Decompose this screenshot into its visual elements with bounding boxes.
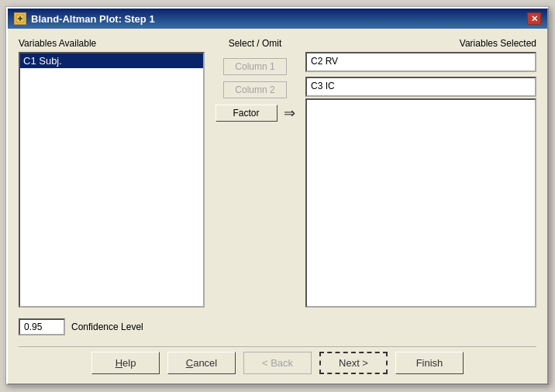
factor-selected-box[interactable]	[305, 98, 536, 308]
variables-listbox[interactable]: C1 Subj.	[19, 52, 205, 308]
next-label: Next >	[339, 357, 368, 369]
next-button[interactable]: Next >	[319, 352, 388, 374]
column2-selected: C3 IC	[305, 77, 536, 97]
list-item[interactable]: C1 Subj.	[20, 53, 203, 68]
dialog-body: Variables Available C1 Subj. Select / Om…	[8, 29, 547, 383]
dialog-window: Bland-Altman Plot: Step 1 ✕ Variables Av…	[6, 7, 549, 385]
back-button[interactable]: < Back	[243, 352, 312, 374]
confidence-row: Confidence Level	[19, 318, 536, 335]
column1-selected: C2 RV	[305, 52, 536, 72]
title-bar-left: Bland-Altman Plot: Step 1	[14, 12, 155, 25]
main-area: Variables Available C1 Subj. Select / Om…	[19, 38, 536, 308]
cancel-button[interactable]: Cancel	[167, 352, 236, 374]
select-omit-label: Select / Omit	[229, 38, 282, 49]
cancel-label: Cancel	[186, 357, 217, 369]
finish-button[interactable]: Finish	[395, 352, 464, 374]
finish-label: Finish	[416, 357, 443, 369]
back-label: < Back	[262, 357, 293, 369]
select-omit-panel: Select / Omit Column 1 Column 2 Factor ⇒	[205, 38, 305, 308]
variables-selected-label: Variables Selected	[305, 38, 536, 49]
variables-selected-panel: Variables Selected C2 RV C3 IC	[305, 38, 536, 308]
column2-button[interactable]: Column 2	[223, 81, 286, 98]
variables-available-label: Variables Available	[19, 38, 205, 49]
variables-available-panel: Variables Available C1 Subj.	[19, 38, 205, 308]
footer-buttons: Help Cancel < Back Next > Finish	[19, 346, 536, 377]
dialog-title: Bland-Altman Plot: Step 1	[31, 13, 155, 25]
factor-row: Factor ⇒	[215, 105, 295, 122]
factor-button[interactable]: Factor	[215, 105, 278, 122]
column1-button[interactable]: Column 1	[223, 58, 286, 75]
title-bar: Bland-Altman Plot: Step 1 ✕	[8, 9, 547, 29]
arrow-icon: ⇒	[284, 105, 295, 122]
close-button[interactable]: ✕	[527, 12, 541, 25]
selected-fields: C2 RV C3 IC	[305, 52, 536, 97]
help-button[interactable]: Help	[91, 352, 160, 374]
dialog-icon	[14, 12, 26, 25]
confidence-label: Confidence Level	[71, 322, 143, 332]
help-label: Help	[115, 357, 136, 369]
confidence-input[interactable]	[19, 318, 65, 335]
